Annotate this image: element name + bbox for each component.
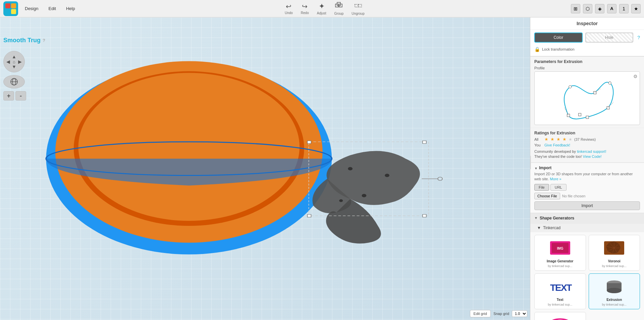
shape-card-extrusion[interactable]: Extrusion by tinkercad sup... bbox=[589, 273, 640, 309]
toolbar-right: ⊞ ⬡ ◈ A 1 ★ bbox=[571, 4, 641, 13]
you-label: You bbox=[534, 143, 542, 147]
community-note: Community developed by tinkercad support… bbox=[534, 149, 640, 159]
text-shape-name: Text bbox=[557, 298, 564, 302]
svg-rect-28 bbox=[579, 113, 581, 116]
ratings-you-row: You Give Feedback! bbox=[534, 143, 640, 147]
star-1: ★ bbox=[544, 137, 548, 142]
canvas-bottombar: Edit grid Snap grid 1.0 0.5 0.1 bbox=[470, 310, 527, 317]
tinkercad-sub-header[interactable]: ▼ Tinkercad bbox=[530, 223, 644, 232]
svg-point-50 bbox=[607, 288, 622, 293]
import-button[interactable]: Import bbox=[534, 201, 640, 210]
ratings-label: Ratings for Extrusion bbox=[534, 131, 640, 135]
menu-design[interactable]: Design bbox=[21, 5, 42, 12]
toolbar-center: ↩ Undo ↪ Redo ✦ Adjust Group Ungroup bbox=[82, 2, 568, 15]
nav-rotate-control[interactable]: ▲ ▼ ◀ ▶ ⌂ bbox=[3, 51, 25, 72]
menu-help[interactable]: Help bbox=[63, 5, 78, 12]
text-preview: TEXT bbox=[547, 276, 574, 297]
undo-tool[interactable]: ↩ Undo bbox=[285, 2, 293, 15]
hole-tab[interactable]: Hole bbox=[585, 33, 634, 43]
image-generator-author: by tinkercad sup... bbox=[548, 264, 572, 268]
svg-point-18 bbox=[339, 199, 343, 202]
feedback-link[interactable]: Give Feedback! bbox=[544, 143, 570, 147]
inspector-section: Inspector Color Hole ? 🔒 Lock transforma… bbox=[530, 17, 644, 57]
canvas-area[interactable]: Smooth Trug ? ▲ ▼ ◀ ▶ ⌂ + - bbox=[0, 17, 530, 320]
profile-box[interactable]: ⚙ bbox=[534, 71, 640, 125]
text-shape-author: by tinkercad sup... bbox=[548, 303, 572, 306]
edit-grid-button[interactable]: Edit grid bbox=[470, 310, 491, 317]
shape-card-ring[interactable]: Ring by tinkercad sup... bbox=[534, 312, 586, 320]
shape-card-image-generator[interactable]: IMG Image Generator by tinkercad sup... bbox=[534, 235, 586, 271]
nav-perspective-btn[interactable] bbox=[3, 75, 25, 88]
star-2: ★ bbox=[550, 137, 554, 142]
menu-edit[interactable]: Edit bbox=[45, 5, 59, 12]
profile-curve-svg bbox=[535, 72, 640, 125]
params-section: Parameters for Extrusion Profile ⚙ bbox=[530, 57, 644, 128]
svg-rect-12 bbox=[423, 141, 426, 143]
shape-gen-expand-icon: ▼ bbox=[534, 216, 538, 220]
choose-file-button[interactable]: Choose File bbox=[534, 193, 560, 199]
svg-point-30 bbox=[608, 82, 611, 84]
ungroup-tool[interactable]: Ungroup bbox=[352, 2, 364, 15]
nav-controls: ▲ ▼ ◀ ▶ ⌂ + - bbox=[3, 51, 26, 101]
adjust-tool[interactable]: ✦ Adjust bbox=[317, 2, 326, 15]
tinkercad-logo[interactable] bbox=[3, 1, 18, 16]
topbar: Design Edit Help ↩ Undo ↪ Redo ✦ Adjust … bbox=[0, 0, 644, 17]
shape-card-voronoi[interactable]: Voronoi by tinkercad sup... bbox=[589, 235, 640, 271]
collapse-panel-btn[interactable]: ◀ bbox=[530, 156, 531, 169]
num-view-btn[interactable]: 1 bbox=[619, 4, 629, 13]
svg-text:IMG: IMG bbox=[557, 247, 563, 250]
star-4: ★ bbox=[562, 137, 567, 142]
shape-generators-panel: ▼ Shape Generators ▼ Tinkercad IMG Image… bbox=[530, 213, 644, 320]
shape-generators-title: Shape Generators bbox=[540, 216, 574, 220]
inspector-header: Inspector bbox=[530, 17, 644, 30]
zoom-out-btn[interactable]: - bbox=[15, 91, 26, 101]
design-help-icon[interactable]: ? bbox=[43, 38, 45, 43]
adjust-icon: ✦ bbox=[319, 2, 325, 11]
redo-tool[interactable]: ↪ Redo bbox=[301, 2, 309, 15]
design-title-bar: Smooth Trug ? bbox=[3, 37, 45, 44]
right-panel: Inspector Color Hole ? 🔒 Lock transforma… bbox=[530, 17, 644, 320]
inspector-tabs: Color Hole ? bbox=[530, 30, 644, 45]
star-5-empty: ★ bbox=[569, 137, 572, 142]
grid-view-btn[interactable]: ⊞ bbox=[571, 4, 580, 13]
svg-point-15 bbox=[348, 167, 353, 170]
color-tab[interactable]: Color bbox=[534, 33, 583, 43]
undo-icon: ↩ bbox=[286, 2, 291, 10]
shapes-grid: IMG Image Generator by tinkercad sup... bbox=[530, 232, 644, 320]
inspector-help-icon[interactable]: ? bbox=[637, 35, 640, 40]
voronoi-preview bbox=[601, 238, 628, 258]
profile-label: Profile bbox=[534, 66, 640, 70]
import-file-row: Choose File No file chosen bbox=[534, 193, 640, 199]
star-view-btn[interactable]: ★ bbox=[631, 4, 641, 13]
import-file-tab[interactable]: File bbox=[534, 184, 549, 191]
lock-icon: 🔒 bbox=[534, 47, 540, 52]
svg-point-8 bbox=[78, 73, 300, 221]
voronoi-name: Voronoi bbox=[608, 259, 621, 263]
svg-rect-25 bbox=[594, 91, 596, 94]
lock-label: Lock transformation bbox=[542, 47, 575, 51]
svg-rect-14 bbox=[423, 214, 426, 217]
import-expand-icon: ▼ bbox=[534, 167, 538, 170]
gear-icon[interactable]: ⚙ bbox=[633, 74, 638, 79]
zoom-in-btn[interactable]: + bbox=[3, 91, 14, 101]
group-tool[interactable]: Group bbox=[334, 2, 344, 15]
import-tabs: File URL bbox=[534, 184, 640, 191]
wireframe-view-btn[interactable]: ◈ bbox=[595, 4, 604, 13]
group-label: Group bbox=[334, 12, 344, 15]
import-url-tab[interactable]: URL bbox=[550, 184, 567, 191]
shape-generators-header[interactable]: ▼ Shape Generators bbox=[530, 213, 644, 223]
svg-rect-4 bbox=[359, 4, 362, 7]
svg-rect-11 bbox=[307, 141, 311, 143]
community-link[interactable]: tinkercad support! bbox=[577, 149, 606, 153]
ratings-section: Ratings for Extrusion All ★ ★ ★ ★ ★ (37 … bbox=[530, 128, 644, 163]
svg-point-29 bbox=[569, 85, 572, 88]
snap-grid-select[interactable]: 1.0 0.5 0.1 bbox=[512, 310, 527, 317]
import-more-link[interactable]: More » bbox=[550, 177, 561, 181]
canvas-3d bbox=[0, 17, 530, 320]
text-view-btn[interactable]: A bbox=[607, 4, 616, 13]
3d-view-btn[interactable]: ⬡ bbox=[583, 4, 592, 13]
svg-line-32 bbox=[595, 89, 600, 92]
view-code-link[interactable]: View Code! bbox=[583, 154, 602, 158]
shape-card-text[interactable]: TEXT Text by tinkercad sup... bbox=[534, 273, 586, 309]
svg-point-20 bbox=[438, 177, 442, 181]
